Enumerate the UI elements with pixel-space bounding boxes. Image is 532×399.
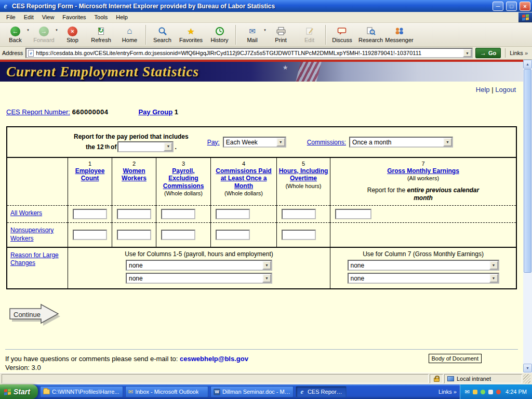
scroll-down-button[interactable]: ▼ [523, 364, 532, 373]
pay-group-link[interactable]: Pay Group [138, 108, 172, 116]
banner-title: Current Employment Statistics [6, 64, 199, 80]
reason-for-large-changes-link[interactable]: Reason for Large Changes [10, 251, 59, 267]
nonsupervisory-women-workers-input[interactable] [117, 230, 151, 240]
contact-email-link[interactable]: ceswebhelp@bls.gov [180, 355, 248, 363]
body-of-document-button[interactable]: Body of Document [429, 354, 482, 364]
dropdown-arrow-icon[interactable]: ▼ [276, 138, 285, 147]
dropdown-arrow-icon[interactable]: ▼ [489, 261, 498, 270]
column-header-employee-count: 1 Employee Count [68, 158, 112, 205]
internet-explorer-icon: e [2, 2, 9, 10]
nonsupervisory-hours-input[interactable] [282, 230, 316, 240]
start-flag-icon [4, 389, 11, 395]
taskbar-links-toolbar[interactable]: Links » [435, 389, 460, 395]
tray-icon-yellow[interactable] [473, 390, 477, 394]
forward-button[interactable]: → ▼ Forward [30, 24, 58, 46]
toolbar-separator [145, 25, 147, 45]
minimize-button[interactable]: ─ [493, 2, 503, 11]
commissions-link[interactable]: Commissions: [307, 139, 346, 146]
toolbar-separator [325, 25, 326, 45]
tray-icon-red[interactable] [496, 390, 501, 394]
dropdown-arrow-icon[interactable]: ▼ [262, 274, 271, 283]
pay-link[interactable]: Pay: [207, 139, 220, 146]
address-input[interactable]: e https://cesdata.bls.gov/CESLite/entryF… [25, 48, 473, 58]
messenger-button[interactable]: Messenger [385, 24, 414, 46]
go-button[interactable]: → Go [475, 48, 501, 58]
vertical-scrollbar[interactable]: ▲ ▼ [523, 60, 532, 373]
home-button[interactable]: ⌂ Home [115, 24, 144, 46]
menu-help[interactable]: Help [112, 12, 132, 22]
favorites-button[interactable]: ★ Favorites [177, 24, 205, 46]
edit-button[interactable]: Edit [295, 24, 324, 46]
nonsupervisory-commissions-input[interactable] [216, 230, 250, 240]
reason-cols15-select-2[interactable]: none▼ [126, 273, 272, 284]
dropdown-arrow-icon[interactable]: ▼ [489, 274, 498, 283]
column-header-women-workers: 2 Women Workers [112, 158, 156, 205]
all-workers-payroll-input[interactable] [161, 209, 195, 219]
nonsupervisory-employee-count-input[interactable] [73, 230, 107, 240]
all-workers-women-workers-input[interactable] [117, 209, 151, 219]
commissions-select[interactable]: Once a month▼ [349, 137, 453, 148]
refresh-button[interactable]: ↻ Refresh [87, 24, 115, 46]
back-button[interactable]: ← ▼ Back [1, 24, 30, 46]
all-workers-commissions-input[interactable] [216, 209, 250, 219]
menu-tools[interactable]: Tools [90, 12, 112, 22]
menu-edit[interactable]: Edit [20, 12, 38, 22]
stop-button[interactable]: × Stop [58, 24, 87, 46]
menu-favorites[interactable]: Favorites [58, 12, 90, 22]
reason-col7-select-1[interactable]: none▼ [348, 260, 499, 271]
tray-mail-icon[interactable]: ✉ [465, 389, 470, 395]
reason-col7-select-2[interactable]: none▼ [348, 273, 499, 284]
gross-earnings-link[interactable]: Gross Monthly Earnings [387, 167, 459, 175]
nonsupervisory-col4-cell [210, 222, 276, 246]
women-workers-link[interactable]: Women Workers [122, 167, 147, 182]
hours-link[interactable]: Hours, Including Overtime [279, 167, 328, 182]
scroll-track[interactable] [523, 273, 532, 364]
discuss-button[interactable]: Discuss [328, 24, 356, 46]
close-button[interactable]: × [520, 2, 530, 11]
links-toolbar[interactable]: Links » [510, 50, 530, 56]
all-workers-employee-count-input[interactable] [73, 209, 107, 219]
reason-cols15-select-1[interactable]: none▼ [126, 260, 272, 271]
all-workers-link[interactable]: All Workers [10, 209, 42, 217]
continue-button[interactable]: Continue [8, 303, 62, 327]
nonsupervisory-col3-cell [156, 222, 210, 246]
pay-period-date-select[interactable]: ▼ [117, 141, 174, 152]
taskbar: Start C:\WINNT\Profiles\Harre... ✉ Inbox… [0, 384, 532, 399]
maximize-button[interactable]: □ [506, 2, 517, 11]
address-dropdown-button[interactable]: ▼ [463, 49, 472, 57]
search-button[interactable]: Search [148, 24, 177, 46]
employee-count-link[interactable]: Employee Count [75, 167, 105, 182]
dropdown-arrow-icon[interactable]: ▼ [443, 138, 452, 147]
column-header-hours: 5 Hours, Including Overtime (Whole hours… [276, 158, 330, 205]
nonsupervisory-workers-link[interactable]: Nonsupervisory Workers [10, 227, 54, 242]
print-button[interactable]: Print [267, 24, 295, 46]
resize-grip[interactable] [523, 374, 530, 383]
mail-button[interactable]: ✉ ▼ Mail [238, 24, 267, 46]
flag-stripes-decoration [296, 62, 321, 82]
start-button[interactable]: Start [0, 384, 38, 399]
pay-select[interactable]: Each Week▼ [223, 137, 286, 148]
report-number-link[interactable]: CES Report Number: [6, 108, 70, 116]
dropdown-arrow-icon[interactable]: ▼ [164, 142, 172, 151]
all-workers-hours-input[interactable] [282, 209, 316, 219]
menu-file[interactable]: File [2, 12, 20, 22]
taskbar-clock[interactable]: 4:24 PM [506, 389, 527, 395]
history-button[interactable]: History [205, 24, 234, 46]
commissions-paid-link[interactable]: Commissions Paid at Least Once a Month [216, 167, 271, 190]
scroll-thumb[interactable] [524, 69, 531, 273]
research-button[interactable]: Research [356, 24, 385, 46]
menu-view[interactable]: View [38, 12, 59, 22]
taskbar-item-word[interactable]: W Dillman Seminar.doc - Mic... [210, 386, 294, 397]
tray-icon-white[interactable] [488, 390, 493, 394]
nonsupervisory-payroll-input[interactable] [161, 230, 195, 240]
taskbar-item-outlook[interactable]: ✉ Inbox - Microsoft Outlook [125, 386, 208, 397]
dropdown-arrow-icon[interactable]: ▼ [262, 261, 271, 270]
taskbar-item-ces-form[interactable]: e CES Reporting Form - ... [296, 386, 347, 397]
scroll-up-button[interactable]: ▲ [523, 60, 532, 69]
taskbar-item-explorer[interactable]: C:\WINNT\Profiles\Harre... [40, 386, 123, 397]
tray-icon-green[interactable] [481, 390, 485, 394]
all-workers-gross-earnings-input[interactable] [335, 209, 371, 219]
help-link[interactable]: Help [476, 86, 490, 94]
logout-link[interactable]: Logout [495, 86, 516, 94]
payroll-link[interactable]: Payroll, Excluding Commissions [163, 167, 204, 190]
